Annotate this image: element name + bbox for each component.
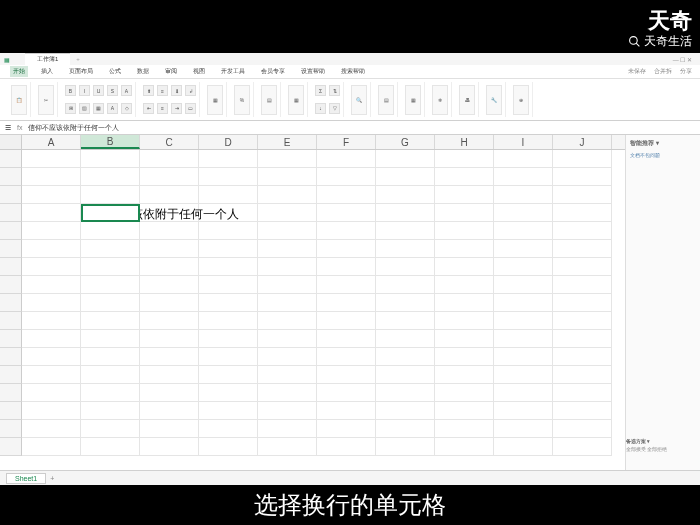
cell[interactable] bbox=[199, 330, 258, 348]
cell[interactable] bbox=[81, 276, 140, 294]
cell[interactable] bbox=[199, 276, 258, 294]
strike-button[interactable]: S bbox=[107, 85, 118, 96]
cell[interactable] bbox=[258, 438, 317, 456]
cell[interactable] bbox=[376, 312, 435, 330]
cell[interactable] bbox=[494, 348, 553, 366]
cell[interactable] bbox=[494, 258, 553, 276]
filter-button[interactable]: ▽ bbox=[329, 103, 340, 114]
formula-content[interactable]: 信仰不应该依附于任何一个人 bbox=[28, 123, 119, 133]
cell[interactable] bbox=[435, 312, 494, 330]
cell[interactable] bbox=[435, 168, 494, 186]
new-tab-plus[interactable]: + bbox=[76, 56, 80, 62]
cell[interactable] bbox=[199, 420, 258, 438]
cell[interactable] bbox=[22, 150, 81, 168]
cell[interactable] bbox=[317, 330, 376, 348]
tools-button[interactable]: 🔧 bbox=[486, 85, 502, 115]
cell[interactable] bbox=[435, 420, 494, 438]
cell[interactable] bbox=[140, 420, 199, 438]
cell[interactable] bbox=[258, 312, 317, 330]
cell[interactable] bbox=[553, 348, 612, 366]
fill-down-button[interactable]: ↓ bbox=[315, 103, 326, 114]
cell[interactable] bbox=[494, 276, 553, 294]
cell[interactable] bbox=[258, 276, 317, 294]
cell[interactable] bbox=[553, 276, 612, 294]
panel-title[interactable]: 智能推荐 ▾ bbox=[630, 139, 696, 148]
cell[interactable] bbox=[22, 276, 81, 294]
cell[interactable] bbox=[140, 384, 199, 402]
cell[interactable] bbox=[258, 348, 317, 366]
cell[interactable] bbox=[258, 186, 317, 204]
merge-cells-button[interactable]: ▭ bbox=[185, 103, 196, 114]
fill-button[interactable]: ▨ bbox=[79, 103, 90, 114]
cell[interactable] bbox=[376, 294, 435, 312]
col-header-d[interactable]: D bbox=[199, 135, 258, 149]
row-header[interactable] bbox=[0, 438, 22, 456]
merge-center-button[interactable]: ▦ bbox=[207, 85, 223, 115]
col-header-h[interactable]: H bbox=[435, 135, 494, 149]
cell[interactable] bbox=[317, 150, 376, 168]
bold-button[interactable]: B bbox=[65, 85, 76, 96]
cell[interactable] bbox=[376, 384, 435, 402]
fx-label[interactable]: fx bbox=[17, 124, 22, 131]
align-center-button[interactable]: ≡ bbox=[157, 103, 168, 114]
cell[interactable] bbox=[258, 222, 317, 240]
cell[interactable] bbox=[435, 276, 494, 294]
cell[interactable] bbox=[435, 384, 494, 402]
sheet-tab-1[interactable]: Sheet1 bbox=[6, 473, 46, 484]
cell[interactable] bbox=[317, 366, 376, 384]
add-sheet-button[interactable]: + bbox=[50, 475, 54, 482]
align-right-button[interactable]: ⇥ bbox=[171, 103, 182, 114]
cell[interactable] bbox=[22, 348, 81, 366]
window-controls[interactable]: — ☐ ✕ bbox=[673, 56, 692, 63]
font-a-button[interactable]: A bbox=[107, 103, 118, 114]
cell[interactable] bbox=[258, 150, 317, 168]
cell[interactable] bbox=[22, 204, 81, 222]
align-mid-button[interactable]: ≡ bbox=[157, 85, 168, 96]
cell[interactable] bbox=[494, 204, 553, 222]
col-header-i[interactable]: I bbox=[494, 135, 553, 149]
cell[interactable] bbox=[494, 168, 553, 186]
cell[interactable] bbox=[81, 402, 140, 420]
cell[interactable] bbox=[435, 240, 494, 258]
cell[interactable] bbox=[258, 366, 317, 384]
row-header[interactable] bbox=[0, 402, 22, 420]
cell[interactable] bbox=[140, 348, 199, 366]
cell[interactable] bbox=[81, 150, 140, 168]
tab-insert[interactable]: 插入 bbox=[38, 66, 56, 77]
cell[interactable] bbox=[140, 150, 199, 168]
wrap-button[interactable]: ↲ bbox=[185, 85, 196, 96]
col-header-f[interactable]: F bbox=[317, 135, 376, 149]
cell[interactable] bbox=[435, 330, 494, 348]
cell[interactable] bbox=[81, 258, 140, 276]
cell[interactable] bbox=[140, 366, 199, 384]
border-button[interactable]: ⊞ bbox=[65, 103, 76, 114]
row-header[interactable] bbox=[0, 366, 22, 384]
tab-data[interactable]: 数据 bbox=[134, 66, 152, 77]
cell[interactable] bbox=[81, 330, 140, 348]
cell[interactable] bbox=[22, 366, 81, 384]
cell[interactable] bbox=[553, 312, 612, 330]
tab-home[interactable]: 开始 bbox=[10, 66, 28, 77]
row-header[interactable] bbox=[0, 348, 22, 366]
cell[interactable] bbox=[435, 348, 494, 366]
cell[interactable] bbox=[494, 186, 553, 204]
cell[interactable] bbox=[81, 222, 140, 240]
sum-button[interactable]: Σ bbox=[315, 85, 326, 96]
cut-button[interactable]: ✂ bbox=[38, 85, 54, 115]
cell[interactable] bbox=[22, 294, 81, 312]
cell[interactable] bbox=[376, 420, 435, 438]
cell[interactable] bbox=[81, 438, 140, 456]
addon-button[interactable]: ⊕ bbox=[513, 85, 529, 115]
row-header[interactable] bbox=[0, 204, 22, 222]
cell[interactable] bbox=[317, 348, 376, 366]
italic-button[interactable]: I bbox=[79, 85, 90, 96]
cell[interactable] bbox=[258, 294, 317, 312]
cell[interactable] bbox=[317, 186, 376, 204]
tab-formula[interactable]: 公式 bbox=[106, 66, 124, 77]
cell[interactable] bbox=[258, 330, 317, 348]
cell[interactable] bbox=[81, 384, 140, 402]
cell[interactable] bbox=[81, 294, 140, 312]
cell[interactable] bbox=[376, 222, 435, 240]
align-left-button[interactable]: ⇤ bbox=[143, 103, 154, 114]
cell[interactable] bbox=[317, 276, 376, 294]
